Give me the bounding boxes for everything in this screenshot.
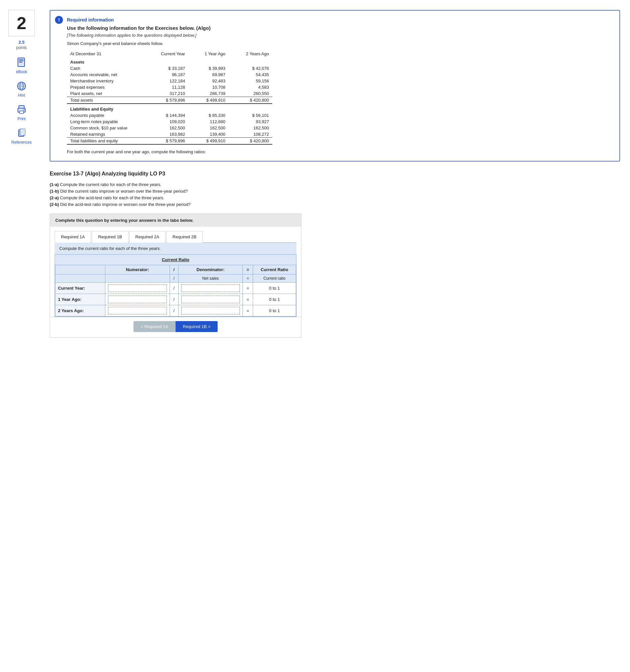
- exercise-items: (1-a) Compute the current ratio for each…: [50, 182, 620, 207]
- tabs-header: Required 1A Required 1B Required 2A Requ…: [55, 231, 297, 243]
- prev-button[interactable]: < Required 1A: [134, 321, 176, 332]
- print-icon: [16, 104, 27, 116]
- col-header-denominator: Denominator:: [178, 265, 243, 274]
- slash-2yr: /: [170, 305, 178, 316]
- sidebar-item-ebook[interactable]: eBook: [16, 56, 27, 74]
- result-1yr: 0: [269, 297, 271, 302]
- info-box: ! Required information Use the following…: [50, 10, 620, 162]
- exercise-item-1a: (1-a) Compute the current ratio for each…: [50, 182, 620, 187]
- denominator-input-current[interactable]: [181, 284, 240, 292]
- main-content: ! Required information Use the following…: [43, 7, 630, 665]
- alert-icon: !: [55, 16, 63, 24]
- col-header-result: Current Ratio: [253, 265, 296, 274]
- exercise-title: Exercise 13-7 (Algo) Analyzing liquidity…: [50, 171, 620, 177]
- exercise-item-2b: (2-b) Did the acid-test ratio improve or…: [50, 202, 620, 207]
- sidebar-item-hint[interactable]: Hint: [16, 80, 27, 98]
- svg-rect-2: [19, 61, 24, 61]
- col-header-slash: /: [170, 265, 178, 274]
- liabilities-header-row: Liabilities and Equity: [67, 104, 272, 112]
- suffix-2yr: to 1: [273, 308, 280, 313]
- equals-current: =: [243, 283, 253, 294]
- col-header-numerator: Numerator:: [105, 265, 170, 274]
- denominator-input-1yr[interactable]: [181, 296, 240, 303]
- exercise-item-1b: (1-b) Did the current ratio improve or w…: [50, 189, 620, 194]
- tab-required-1a[interactable]: Required 1A: [55, 231, 91, 243]
- tab-content-1a: Compute the current ratio for each of th…: [55, 243, 297, 317]
- book-icon: [16, 56, 27, 69]
- col-header-equals: =: [243, 265, 253, 274]
- tabs-area: Required 1A Required 1B Required 2A Requ…: [50, 227, 301, 317]
- col-header-current: Current Year: [143, 51, 188, 57]
- current-ratio-table: Numerator: / Denominator: = Current Rati…: [55, 265, 296, 316]
- numerator-input-1yr[interactable]: [108, 296, 167, 303]
- col-header-yr1: 1 Year Ago: [188, 51, 229, 57]
- svg-rect-11: [20, 111, 24, 114]
- svg-point-12: [24, 110, 24, 111]
- denominator-input-2yr[interactable]: [181, 307, 240, 314]
- ratio-table-container: Current Ratio Numerator: / Denominator: …: [55, 254, 297, 317]
- result-current: 0: [269, 286, 271, 291]
- suffix-1yr: to 1: [273, 297, 280, 302]
- sidebar-item-references[interactable]: References: [11, 127, 31, 145]
- equals-1yr: =: [243, 294, 253, 305]
- info-description: Simon Company's year-end balance sheets …: [67, 41, 611, 46]
- ratio-row-current-year: Current Year: / =: [55, 283, 296, 294]
- info-footer: For both the current year and one year a…: [67, 149, 611, 154]
- row-label-1yr: 1 Year Ago:: [55, 294, 105, 305]
- equals-2yr: =: [243, 305, 253, 316]
- tab-required-2b[interactable]: Required 2B: [166, 231, 203, 243]
- ratio-header-row: Numerator: / Denominator: = Current Rati…: [55, 265, 296, 274]
- numerator-input-current[interactable]: [108, 284, 167, 292]
- globe-icon: [16, 80, 27, 92]
- table-row: Accounts receivable, net 96,187 69,987 5…: [67, 72, 272, 78]
- tab-required-2a[interactable]: Required 2A: [129, 231, 166, 243]
- points-value: 2.5: [19, 40, 24, 45]
- ratio-table-title: Current Ratio: [55, 255, 296, 265]
- table-row: Long-term notes payable 109,020 112,680 …: [67, 119, 272, 125]
- problem-number: 2: [8, 10, 35, 37]
- ratio-row-1yr-ago: 1 Year Ago: / =: [55, 294, 296, 305]
- col-header-empty: [55, 265, 105, 274]
- copy-icon: [16, 127, 27, 139]
- numerator-input-2yr[interactable]: [108, 307, 167, 314]
- next-button[interactable]: Required 1B >: [176, 321, 218, 332]
- balance-sheet-table: At December 31 Current Year 1 Year Ago 2…: [67, 51, 272, 145]
- table-row: Retained earnings 163,982 139,400 108,27…: [67, 131, 272, 138]
- table-row: Merchandise inventory 122,184 92,483 59,…: [67, 78, 272, 84]
- row-label-2yr: 2 Years Ago:: [55, 305, 105, 316]
- question-panel: Complete this question by entering your …: [50, 214, 301, 338]
- svg-rect-17: [20, 129, 25, 136]
- svg-rect-3: [19, 62, 22, 63]
- table-row: Plant assets, net 317,210 286,739 260,55…: [67, 90, 272, 97]
- exercise-item-2a: (2-a) Compute the acid-test ratio for ea…: [50, 195, 620, 200]
- total-assets-row: Total assets $ 579,896 $ 499,910 $ 420,8…: [67, 97, 272, 104]
- info-italic-text: [The following information applies to th…: [67, 33, 611, 38]
- nav-buttons: < Required 1A Required 1B >: [50, 317, 301, 337]
- assets-header-row: Assets: [67, 57, 272, 65]
- table-row: Prepaid expenses 11,128 10,708 4,583: [67, 84, 272, 90]
- ratio-subheader-row: / Net sales = Current ratio: [55, 274, 296, 283]
- sidebar: 2 2.5 points eBook: [0, 7, 43, 665]
- ratio-row-2yr-ago: 2 Years Ago: / =: [55, 305, 296, 316]
- svg-rect-1: [19, 59, 24, 60]
- tab-description: Compute the current ratio for each of th…: [55, 243, 297, 254]
- col-header-label: At December 31: [67, 51, 143, 57]
- result-2yr: 0: [269, 308, 271, 313]
- tab-required-1b[interactable]: Required 1B: [92, 231, 128, 243]
- slash-1yr: /: [170, 294, 178, 305]
- points-label: points: [16, 45, 27, 50]
- suffix-current: to 1: [273, 286, 280, 291]
- row-label-current: Current Year:: [55, 283, 105, 294]
- required-info-title: Required information: [67, 17, 611, 23]
- table-row: Common stock, $10 par value 162,500 162,…: [67, 125, 272, 131]
- info-main-title: Use the following information for the Ex…: [67, 25, 611, 31]
- table-row: Cash $ 33,187 $ 39,993 $ 42,076: [67, 65, 272, 72]
- col-header-yr2: 2 Years Ago: [229, 51, 272, 57]
- sidebar-item-print[interactable]: Print: [16, 104, 27, 121]
- slash-current: /: [170, 283, 178, 294]
- total-liabilities-row: Total liabilities and equity $ 579,896 $…: [67, 138, 272, 145]
- table-row: Accounts payable $ 144,394 $ 85,330 $ 56…: [67, 112, 272, 119]
- complete-box: Complete this question by entering your …: [50, 214, 301, 227]
